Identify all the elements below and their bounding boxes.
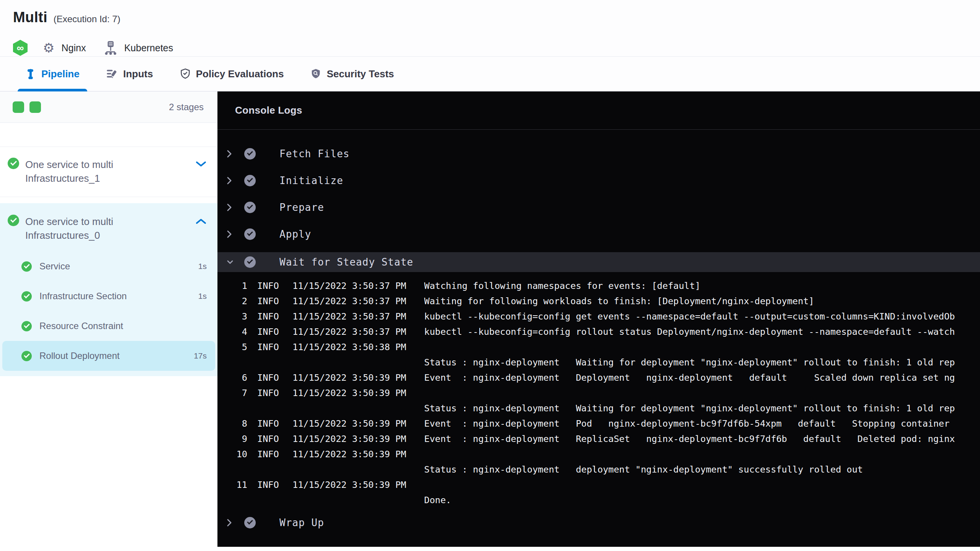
tab-pipeline[interactable]: Pipeline [23,57,82,91]
log-timestamp: 11/15/2022 3:50:38 PM [292,342,407,352]
log-timestamp: 11/15/2022 3:50:39 PM [292,388,407,398]
success-icon [244,228,256,240]
chevron-down-icon[interactable] [195,161,207,169]
log-line: 7INFO11/15/2022 3:50:39 PM [217,385,980,401]
log-line-number: 11 [225,479,247,490]
success-icon [21,261,32,272]
log-message: Status : nginx-deployment Waiting for de… [424,357,980,368]
console-header: Console Logs [217,91,980,130]
console-step-wrap-up[interactable]: Wrap Up [217,509,980,536]
page-title: Multi [13,9,47,26]
log-line: Status : nginx-deployment Waiting for de… [217,355,980,370]
log-line-number: 8 [225,418,247,429]
stage-step[interactable]: Resource Constraint [0,311,217,341]
infra-label: Kubernetes [124,42,173,54]
stage-card-infrastructures-1[interactable]: One service to multi Infrastructures_1 [0,147,217,197]
chevron-right-icon [227,230,234,238]
log-timestamp: 11/15/2022 3:50:39 PM [292,434,407,444]
log-timestamp: 11/15/2022 3:50:39 PM [292,418,407,429]
step-name: Infrastructure Section [39,291,127,302]
page-header: Multi (Execution Id: 7) ∞ ⚙ Nginx Kubern… [0,0,980,56]
log-level: INFO [257,296,281,306]
log-message: Event : nginx-deployment Deployment ngin… [424,372,980,383]
log-line: 5INFO11/15/2022 3:50:38 PM [217,339,980,355]
stage-step-list: Service1sInfrastructure Section1sResourc… [0,248,217,376]
stage-card-infrastructures-0: One service to multi Infrastructures_0 S… [0,203,217,376]
title-row: Multi (Execution Id: 7) [13,9,980,26]
log-line-number: 7 [225,388,247,398]
stage-step[interactable]: Infrastructure Section1s [0,281,217,311]
harness-cd-icon: ∞ [13,40,28,56]
log-message: kubectl --kubeconfig=config rollout stat… [424,326,980,337]
console-step-wait-for-steady-state[interactable]: Wait for Steady State [217,252,980,272]
log-line-number: 6 [225,372,247,383]
console-step-prepare[interactable]: Prepare [217,194,980,221]
log-line-number: 10 [225,449,247,460]
chevron-right-icon [227,150,234,158]
execution-id: (Execution Id: 7) [54,14,121,24]
log-message: Event : nginx-deployment ReplicaSet ngin… [424,434,980,444]
stage-step[interactable]: Rollout Deployment17s [2,341,215,371]
service-label: Nginx [61,42,86,54]
stage-status-square[interactable] [13,101,24,113]
pipeline-icon [25,68,36,80]
stage-step[interactable]: Service1s [0,251,217,281]
log-message: Done. [424,495,980,505]
tab-policy-evaluations[interactable]: Policy Evaluations [178,57,286,91]
log-level: INFO [257,479,281,490]
console-step-fetch-files[interactable]: Fetch Files [217,140,980,167]
step-duration: 1s [198,262,207,271]
console-body: Fetch Files Initialize Prepare [217,130,980,536]
log-lines: 1INFO11/15/2022 3:50:37 PMWatching follo… [217,274,980,509]
success-icon [244,148,256,160]
log-message: Status : nginx-deployment Waiting for de… [424,403,980,414]
log-line-number: 4 [225,326,247,337]
log-line-number: 9 [225,434,247,444]
log-line: 9INFO11/15/2022 3:50:39 PMEvent : nginx-… [217,431,980,447]
log-line: Status : nginx-deployment deployment "ng… [217,462,980,477]
log-level: INFO [257,388,281,398]
stage-status-square[interactable] [29,101,41,113]
chevron-right-icon [227,203,234,212]
log-message: Watching following namespaces for events… [424,280,980,291]
console-step-initialize[interactable]: Initialize [217,167,980,194]
chevron-up-icon[interactable] [195,218,207,226]
log-line-number: 5 [225,342,247,352]
success-icon [244,202,256,213]
log-level: INFO [257,418,281,429]
log-line: 11INFO11/15/2022 3:50:39 PM [217,477,980,492]
log-level: INFO [257,372,281,383]
inputs-icon [106,68,118,79]
log-timestamp: 11/15/2022 3:50:39 PM [292,449,407,460]
tab-security-tests[interactable]: Security Tests [308,57,396,91]
log-level: INFO [257,342,281,352]
log-level: INFO [257,311,281,322]
console-step-apply[interactable]: Apply [217,221,980,248]
log-line: 2INFO11/15/2022 3:50:37 PMWaiting for fo… [217,293,980,309]
log-message: Status : nginx-deployment deployment "ng… [424,464,980,475]
success-icon [21,321,32,331]
step-name: Rollout Deployment [39,350,119,361]
log-timestamp: 11/15/2022 3:50:39 PM [292,372,407,383]
log-timestamp: 11/15/2022 3:50:37 PM [292,326,407,337]
log-timestamp: 11/15/2022 3:50:39 PM [292,479,407,490]
execution-sidebar: 2 stages One service to multi Infrastruc… [0,91,217,547]
log-message: kubectl --kubeconfig=config get events -… [424,311,980,322]
step-duration: 1s [198,292,207,301]
log-line-number: 2 [225,296,247,306]
log-timestamp: 11/15/2022 3:50:37 PM [292,280,407,291]
log-message: Waiting for following workloads to finis… [424,296,980,306]
log-timestamp: 11/15/2022 3:50:37 PM [292,296,407,306]
step-duration: 17s [194,351,207,360]
infrastructure-icon [104,41,117,55]
success-icon [8,158,19,169]
stages-count: 2 stages [169,102,204,112]
meta-row: ∞ ⚙ Nginx Kubernetes [13,39,980,56]
log-line-number: 1 [225,280,247,291]
tab-inputs[interactable]: Inputs [104,57,155,91]
stage-header[interactable]: One service to multi Infrastructures_0 [0,203,217,248]
success-icon [244,517,256,528]
console-title: Console Logs [235,104,302,116]
stage-name: One service to multi Infrastructures_1 [25,158,152,185]
log-line-number: 3 [225,311,247,322]
